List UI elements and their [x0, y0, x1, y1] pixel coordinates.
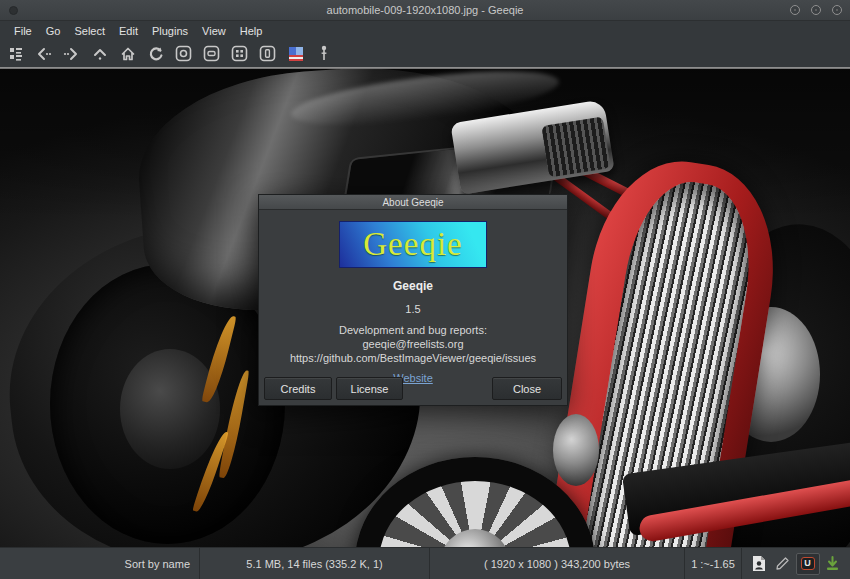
home-icon[interactable]: [118, 44, 137, 63]
close-button[interactable]: [832, 5, 842, 15]
color-management-icon[interactable]: [286, 44, 305, 63]
pencil-icon[interactable]: [772, 554, 792, 574]
about-dialog: About Geeqie Geeqie Geeqie 1.5 Developme…: [258, 194, 568, 406]
zoom-fit-icon[interactable]: [202, 44, 221, 63]
bug-report-line1: Development and bug reports:: [259, 324, 567, 338]
bug-report-email: geeqie@freelists.org: [259, 338, 567, 352]
geeqie-logo: Geeqie: [339, 221, 487, 268]
maximize-button[interactable]: [811, 5, 821, 15]
save-metadata-icon[interactable]: [823, 554, 843, 574]
menu-select[interactable]: Select: [67, 23, 112, 39]
window-menu-button[interactable]: [9, 6, 18, 15]
license-button[interactable]: License: [336, 377, 403, 400]
files-info: 5.1 MB, 14 files (335.2 K, 1): [200, 548, 430, 579]
credits-button[interactable]: Credits: [264, 377, 332, 400]
dialog-button-row: Credits License Close: [259, 377, 567, 400]
image-info: ( 1920 x 1080 ) 343,200 bytes: [430, 548, 685, 579]
refresh-icon[interactable]: [146, 44, 165, 63]
window-title: automobile-009-1920x1080.jpg - Geeqie: [327, 4, 524, 16]
bug-report-url: https://github.com/BestImageViewer/geeqi…: [259, 352, 567, 366]
image-file-icon[interactable]: [749, 554, 769, 574]
bug-report-info: Development and bug reports: geeqie@free…: [259, 324, 567, 365]
car-art-rear-hub: [120, 349, 220, 469]
app-version: 1.5: [259, 303, 567, 315]
window-titlebar: automobile-009-1920x1080.jpg - Geeqie: [0, 0, 850, 21]
pin-icon[interactable]: [314, 44, 333, 63]
menu-edit[interactable]: Edit: [112, 23, 145, 39]
menubar: File Go Select Edit Plugins View Help: [0, 21, 850, 40]
zoom-original-icon[interactable]: [174, 44, 193, 63]
car-art-headlight: [553, 414, 599, 486]
up-icon[interactable]: [90, 44, 109, 63]
back-icon[interactable]: [34, 44, 53, 63]
color-profile-icon[interactable]: U: [796, 553, 820, 575]
grid-view-icon[interactable]: [230, 44, 249, 63]
minimize-button[interactable]: [790, 5, 800, 15]
menu-view[interactable]: View: [195, 23, 233, 39]
statusbar: Sort by name 5.1 MB, 14 files (335.2 K, …: [0, 547, 850, 579]
zoom-ratio[interactable]: 1 :~-1.65: [685, 548, 742, 579]
window-controls: [790, 5, 842, 15]
statusbar-icons: U: [742, 548, 850, 579]
menu-go[interactable]: Go: [39, 23, 68, 39]
menu-file[interactable]: File: [7, 23, 39, 39]
car-art-engine-intake: [541, 116, 610, 177]
geeqie-window: automobile-009-1920x1080.jpg - Geeqie Fi…: [0, 0, 850, 579]
single-image-icon[interactable]: [258, 44, 277, 63]
geeqie-logo-text: Geeqie: [363, 228, 462, 261]
image-view[interactable]: About Geeqie Geeqie Geeqie 1.5 Developme…: [0, 69, 850, 547]
about-dialog-titlebar[interactable]: About Geeqie: [259, 195, 567, 210]
forward-icon[interactable]: [62, 44, 81, 63]
toolbar: [0, 40, 850, 67]
close-dialog-button[interactable]: Close: [492, 377, 562, 400]
app-name: Geeqie: [259, 279, 567, 293]
sort-selector[interactable]: Sort by name: [0, 548, 200, 579]
about-dialog-title: About Geeqie: [382, 197, 443, 208]
thumbnails-icon[interactable]: [6, 44, 25, 63]
color-profile-u-badge: U: [801, 557, 815, 570]
menu-plugins[interactable]: Plugins: [145, 23, 195, 39]
menu-help[interactable]: Help: [233, 23, 270, 39]
